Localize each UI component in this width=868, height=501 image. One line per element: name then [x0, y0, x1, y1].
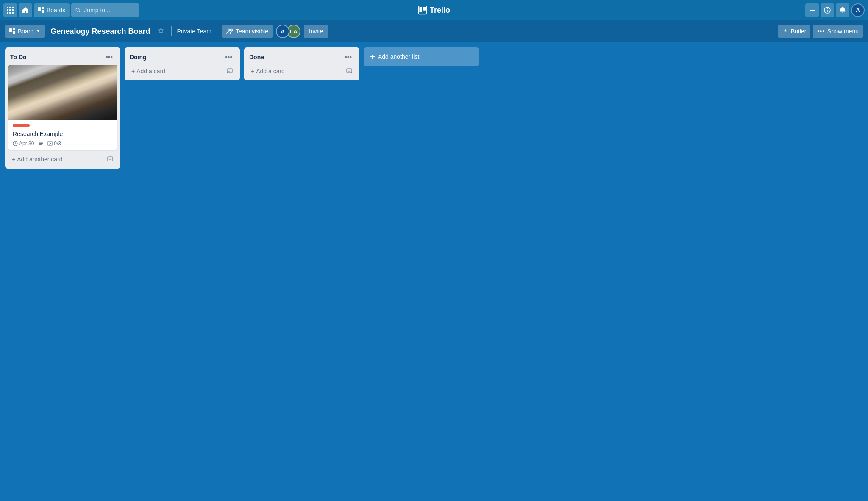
svg-rect-42 [52, 94, 54, 100]
svg-rect-46 [76, 94, 79, 100]
board-header: Board Genealogy Research Board Private T… [0, 20, 868, 42]
add-card-done-button[interactable]: + Add a card [248, 65, 356, 77]
svg-point-25 [228, 29, 230, 31]
card-template-icon [107, 156, 114, 163]
svg-rect-33 [30, 71, 97, 97]
svg-rect-35 [33, 78, 67, 80]
svg-rect-31 [23, 96, 103, 101]
svg-rect-0 [7, 7, 8, 8]
list-todo: To Do ••• [5, 47, 120, 169]
svg-rect-5 [12, 9, 14, 11]
svg-rect-44 [68, 96, 70, 100]
user-avatar[interactable]: A [851, 3, 865, 17]
list-doing-header: Doing ••• [128, 51, 236, 65]
svg-point-12 [76, 8, 80, 11]
butler-label: Butler [791, 28, 807, 35]
card-checklist: 0/3 [47, 141, 61, 147]
svg-rect-29 [8, 101, 117, 120]
card-title: Research Example [13, 130, 113, 137]
home-button[interactable] [19, 3, 32, 17]
list-todo-menu-button[interactable]: ••• [103, 53, 115, 62]
svg-rect-62 [227, 69, 232, 73]
svg-rect-10 [42, 7, 44, 9]
list-doing-title: Doing [130, 54, 147, 61]
add-card-doing-label: Add a card [136, 68, 165, 75]
show-menu-button[interactable]: ••• Show menu [813, 25, 863, 38]
add-card-done-plus: + [251, 68, 254, 75]
card-cover-image [8, 65, 117, 120]
add-another-card-button[interactable]: + Add another card [8, 153, 117, 165]
svg-rect-32 [28, 69, 98, 98]
search-input[interactable] [84, 7, 135, 14]
svg-rect-36 [33, 81, 75, 83]
svg-rect-16 [423, 7, 426, 10]
add-another-list-button[interactable]: Add another list [364, 47, 479, 66]
list-done-menu-button[interactable]: ••• [342, 53, 354, 62]
star-button[interactable] [156, 25, 166, 37]
header-right-actions: Butler ••• Show menu [778, 25, 863, 38]
card-due-date-text: Apr 30 [19, 141, 34, 147]
svg-rect-15 [419, 7, 422, 12]
team-visible-button[interactable]: Team visible [222, 25, 273, 38]
svg-rect-45 [72, 95, 75, 100]
svg-rect-65 [347, 69, 352, 73]
card-body: Research Example Apr 30 [8, 120, 117, 150]
trello-logo: Trello [418, 6, 450, 15]
svg-rect-48 [39, 100, 62, 113]
svg-rect-23 [13, 28, 15, 30]
svg-line-13 [79, 11, 81, 12]
add-card-plus-icon: + [12, 156, 15, 163]
svg-point-39 [62, 94, 88, 104]
search-box[interactable] [71, 3, 139, 17]
svg-rect-4 [9, 9, 11, 11]
svg-rect-3 [7, 9, 8, 11]
card-meta: Apr 30 0/3 [13, 141, 113, 147]
add-card-doing-button[interactable]: + Add a card [128, 65, 236, 77]
svg-rect-27 [8, 65, 117, 120]
board-view-button[interactable]: Board [5, 25, 45, 38]
notifications-button[interactable] [836, 3, 849, 17]
card-due-date: Apr 30 [13, 141, 34, 147]
svg-rect-49 [64, 100, 88, 113]
svg-rect-55 [39, 142, 43, 143]
svg-point-20 [827, 8, 828, 9]
svg-rect-51 [41, 67, 83, 95]
card-description-icon [38, 141, 43, 146]
info-button[interactable] [821, 3, 834, 17]
member-avatar-a[interactable]: A [276, 25, 289, 38]
svg-rect-40 [43, 96, 46, 100]
add-list-plus-icon [370, 54, 376, 60]
butler-button[interactable]: Butler [778, 25, 811, 38]
svg-point-38 [39, 94, 64, 104]
card-template-icon-doing [226, 68, 233, 75]
svg-rect-41 [47, 95, 50, 100]
show-menu-dots: ••• [817, 28, 825, 35]
card-research-example[interactable]: Research Example Apr 30 [8, 65, 117, 150]
apps-button[interactable] [3, 3, 17, 17]
top-navigation: Boards Trello [0, 0, 868, 20]
svg-rect-43 [56, 95, 58, 100]
invite-button[interactable]: Invite [304, 25, 328, 38]
svg-point-26 [230, 29, 232, 31]
svg-rect-24 [13, 31, 15, 34]
header-divider-1 [171, 26, 172, 36]
svg-rect-1 [9, 7, 11, 8]
list-doing: Doing ••• + Add a card [125, 47, 240, 80]
svg-rect-11 [42, 10, 44, 13]
show-menu-label: Show menu [827, 28, 859, 35]
add-card-done-label: Add a card [256, 68, 285, 75]
svg-rect-37 [33, 85, 71, 87]
boards-button[interactable]: Boards [34, 3, 70, 17]
add-list-label: Add another list [378, 53, 419, 60]
svg-rect-7 [9, 12, 11, 14]
add-button[interactable] [805, 3, 819, 17]
board-title: Genealogy Research Board [48, 27, 153, 36]
private-team-label: Private Team [177, 28, 211, 35]
svg-rect-2 [12, 7, 14, 8]
svg-rect-6 [7, 12, 8, 14]
add-card-doing-plus: + [131, 68, 135, 75]
list-todo-header: To Do ••• [8, 51, 117, 65]
board-view-label: Board [18, 28, 33, 35]
list-doing-menu-button[interactable]: ••• [223, 53, 235, 62]
svg-rect-30 [22, 97, 103, 101]
